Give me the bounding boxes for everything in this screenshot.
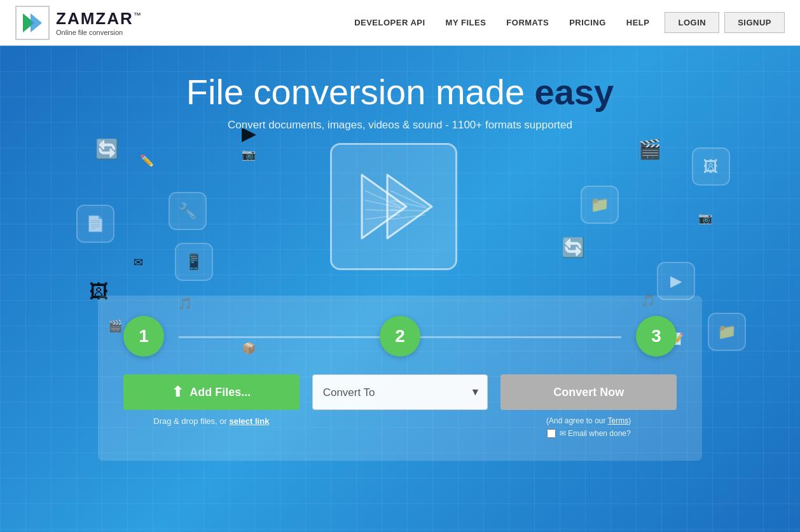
step2-col: Convert To MP3 MP4 PDF JPG PNG AVI MOV W… [312,374,488,410]
select-link[interactable]: select link [230,416,270,426]
hero-section: 🔄 ✏️ 📄 ✉ 🔧 📱 🖼 📷 🎬 🎵 📦 ▶ 🎬 📁 🖼 🔄 ▶ 🎵 📷 📁… [0,46,800,532]
float-icon-wrench: 🔧 [169,192,207,230]
upload-icon: ⬆ [172,384,183,400]
float-icon-folder2-right: 📁 [708,313,746,351]
convert-to-wrapper: Convert To MP3 MP4 PDF JPG PNG AVI MOV W… [312,374,488,410]
step1-col: ⬆ Add Files... Drag & drop files, or sel… [123,374,300,426]
float-icon-mobile: 📱 [175,243,213,281]
nav-my-files[interactable]: MY FILES [446,18,486,27]
logo-text: ZAMZAR™ Online file conversion [56,9,142,36]
sketch-box [330,143,457,270]
nav-developer-api[interactable]: DEVELOPER API [354,18,425,27]
email-label: ✉ Email when done? [560,429,631,438]
logo-subtitle: Online file conversion [56,29,142,36]
terms-link[interactable]: Terms [608,416,629,425]
float-icon-folder-right: 📁 [581,186,619,224]
nav-links: DEVELOPER API MY FILES FORMATS PRICING H… [354,18,649,27]
float-icon-refresh: 🔄 [95,138,143,186]
email-row: ✉ Email when done? [547,429,631,438]
float-icon-camera-left: 📷 [242,147,270,176]
login-button[interactable]: LOGIN [665,12,719,33]
float-icon-mail: ✉ [134,256,162,284]
hero-title: File conversion made easy [186,71,614,113]
step-3-circle: 3 [636,316,677,357]
step-2-circle: 2 [380,316,420,357]
svg-marker-1 [31,13,42,32]
terms-text: (And agree to our Terms) [546,416,631,425]
add-files-button[interactable]: ⬆ Add Files... [123,374,300,410]
nav-help[interactable]: HELP [626,18,650,27]
step3-col: Convert Now (And agree to our Terms) ✉ E… [500,374,677,438]
float-icon-image-right: 🖼 [692,147,730,186]
float-icon-doc: 📄 [76,205,114,243]
float-icon-refresh-right: 🔄 [562,236,609,284]
hero-center-icon [330,143,470,283]
steps-row: 1 2 3 [123,316,677,357]
email-checkbox[interactable] [547,429,556,438]
step-panel: 1 2 3 ⬆ Add Files... Drag & drop files, … [98,296,702,461]
float-icon-camera-right: 📷 [698,211,727,240]
float-icon-pencil: ✏️ [140,154,169,182]
convert-to-select[interactable]: Convert To MP3 MP4 PDF JPG PNG AVI MOV W… [312,374,488,410]
navbar: ZAMZAR™ Online file conversion DEVELOPER… [0,0,800,46]
nav-pricing[interactable]: PRICING [569,18,606,27]
nav-formats[interactable]: FORMATS [506,18,549,27]
logo-icon [15,6,50,40]
hero-subtitle: Convert documents, images, videos & soun… [228,119,572,132]
actions-row: ⬆ Add Files... Drag & drop files, or sel… [123,374,677,438]
step-1-circle: 1 [123,316,164,357]
convert-now-button[interactable]: Convert Now [500,374,677,410]
drag-drop-text: Drag & drop files, or select link [153,416,269,426]
logo-name: ZAMZAR™ [56,9,142,29]
auth-buttons: LOGIN SIGNUP [665,12,785,33]
float-icon-film-right: 🎬 [638,138,686,186]
signup-button[interactable]: SIGNUP [724,12,785,33]
logo-area: ZAMZAR™ Online file conversion [15,6,142,40]
